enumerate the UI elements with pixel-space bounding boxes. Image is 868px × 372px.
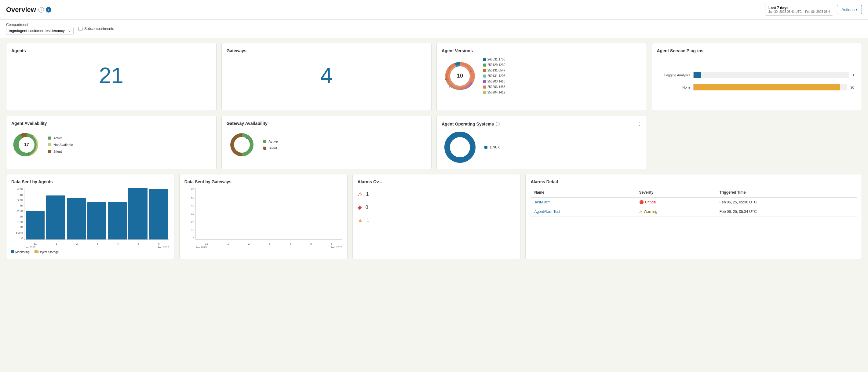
alarm-row-1: TestAlarm 🔴 Critical Feb 06, 25, 05:36 U… bbox=[530, 197, 857, 207]
agents-title: Agents bbox=[11, 48, 211, 53]
plugin-label-1: Logging Analytics bbox=[657, 73, 690, 77]
os-donut-chart bbox=[442, 130, 478, 164]
header-right: Last 7 days Jan 30, 2025 05:41 UTC – Feb… bbox=[765, 4, 862, 16]
alarms-overview-title: Alarms Ov... bbox=[358, 179, 516, 184]
warning-count: 1 bbox=[367, 218, 369, 223]
date-range-main: Last 7 days bbox=[769, 6, 788, 10]
versions-pie: 10 1 1 1 2 1 bbox=[442, 58, 478, 94]
svg-text:1: 1 bbox=[32, 135, 33, 138]
legend-silent: Silent bbox=[48, 148, 73, 155]
actions-button[interactable]: Actions bbox=[837, 5, 862, 14]
os-legend-linux: LINUX bbox=[485, 144, 500, 151]
data-sent-gateways-card: Data Sent by Gateways 60 50 40 30 20 10 … bbox=[179, 174, 347, 259]
compartment-label: Compartment bbox=[6, 23, 73, 27]
alarm-link-2[interactable]: AgentAlarmTest bbox=[534, 210, 560, 214]
agent-avail-legend: Active Not Available Silent bbox=[48, 135, 73, 155]
agent-os-header: Agent Operating Systems i ⋮ bbox=[442, 121, 642, 127]
agent-avail-donut: 1 3 17 bbox=[11, 129, 42, 160]
critical-severity-icon: 🔴 bbox=[639, 200, 644, 204]
page-title: Overview bbox=[6, 6, 36, 14]
svg-text:1: 1 bbox=[449, 66, 450, 69]
gw-y-labels: 60 50 40 30 20 10 0 bbox=[184, 188, 194, 240]
alarm-critical-row: ⚠ 1 bbox=[358, 188, 516, 201]
svg-text:2: 2 bbox=[445, 77, 446, 80]
legend-monitoring: Monitoring bbox=[11, 250, 30, 254]
legend-item: 250131.1205 bbox=[483, 73, 505, 79]
agent-os-card: Agent Operating Systems i ⋮ LINUX bbox=[436, 116, 647, 169]
critical-count: 1 bbox=[366, 191, 369, 197]
os-title-area: Agent Operating Systems i bbox=[442, 122, 500, 126]
svg-text:10: 10 bbox=[457, 73, 463, 79]
agents-card: Agents 21 bbox=[6, 43, 217, 111]
agent-os-title: Agent Operating Systems bbox=[442, 122, 494, 126]
os-info-icon[interactable]: i bbox=[496, 122, 500, 126]
legend-item: 250129.1230 bbox=[483, 62, 505, 68]
gateway-avail-title: Gateway Availability bbox=[227, 121, 427, 126]
x-sub-labels: Jan 2025 Feb 2025 bbox=[24, 246, 169, 249]
svg-text:2: 2 bbox=[246, 136, 247, 139]
alarm-severity-2: ⚠ Warning bbox=[636, 207, 716, 217]
bar-1 bbox=[46, 195, 65, 240]
plugins-content: Logging Analytics 1 None 20 bbox=[657, 57, 857, 106]
gateways-card: Gateways 4 bbox=[221, 43, 432, 111]
os-content: LINUX bbox=[442, 130, 642, 164]
agent-availability-card: Agent Availability 1 3 bbox=[6, 116, 217, 169]
agent-availability-title: Agent Availability bbox=[11, 121, 211, 126]
toolbar: Compartment mgmtagent-customer-test-tena… bbox=[0, 20, 868, 38]
gw-x-labels: 31 1 2 3 4 5 6 bbox=[195, 242, 342, 245]
agent-service-plugins-card: Agent Service Plug-ins Logging Analytics… bbox=[652, 43, 862, 111]
date-range-button[interactable]: Last 7 days Jan 30, 2025 05:41 UTC – Feb… bbox=[765, 4, 833, 16]
alarm-time-2: Feb 06, 25, 05:34 UTC bbox=[716, 207, 857, 217]
os-legend: LINUX bbox=[485, 144, 500, 151]
plugin-bar-track-1 bbox=[693, 72, 849, 78]
alarms-detail-table: Name Severity Triggered Time TestAlarm 🔴 bbox=[530, 188, 857, 217]
header: Overview i T Last 7 days Jan 30, 2025 05… bbox=[0, 0, 868, 20]
plugin-value-1: 1 bbox=[852, 73, 854, 77]
chart-legend: Monitoring Object Storage bbox=[11, 250, 169, 254]
main-content: Agents 21 Gateways 4 Agent Versions bbox=[0, 38, 868, 264]
bar-5 bbox=[128, 188, 147, 240]
compartment-section: Compartment mgmtagent-customer-test-tena… bbox=[6, 23, 73, 35]
plugin-row-2: None 20 bbox=[657, 84, 855, 90]
subcompartments-checkbox-wrapper[interactable]: Subcompartments bbox=[79, 27, 114, 31]
svg-text:2: 2 bbox=[236, 150, 238, 153]
svg-text:1: 1 bbox=[469, 70, 471, 73]
row-2: Agent Availability 1 3 bbox=[6, 116, 862, 169]
agent-versions-card: Agent Versions bbox=[436, 43, 647, 111]
alarm-info-row: ◆ 0 bbox=[358, 201, 516, 214]
alarm-name-1: TestAlarm bbox=[530, 197, 635, 207]
legend-active: Active bbox=[48, 135, 73, 142]
os-more-icon[interactable]: ⋮ bbox=[637, 121, 642, 127]
legend-item: 250131.0547 bbox=[483, 68, 505, 73]
subcompartments-checkbox[interactable] bbox=[79, 27, 83, 31]
bar-2 bbox=[67, 198, 86, 240]
col-time: Triggered Time bbox=[716, 188, 857, 197]
x-labels: 31 1 2 3 4 5 6 bbox=[24, 242, 169, 245]
legend-item: 250204.1412 bbox=[483, 90, 505, 95]
svg-point-18 bbox=[453, 140, 467, 155]
alarms-detail-title: Alarms Detail bbox=[530, 179, 857, 184]
legend-monitoring-icon bbox=[11, 250, 14, 253]
legend-not-available: Not Available bbox=[48, 142, 73, 148]
info-icon[interactable]: i bbox=[38, 7, 44, 12]
warning-icon: ▲ bbox=[358, 217, 363, 223]
gw-bars-area bbox=[195, 188, 342, 240]
compartment-select-wrapper: mgmtagent-customer-test-tenancy bbox=[6, 27, 73, 35]
bar-6 bbox=[149, 189, 168, 240]
data-gateways-title: Data Sent by Gateways bbox=[184, 179, 342, 184]
plugin-label-2: None bbox=[657, 86, 690, 89]
compartment-select[interactable]: mgmtagent-customer-test-tenancy bbox=[6, 27, 73, 35]
alarm-link-1[interactable]: TestAlarm bbox=[534, 200, 550, 204]
gateway-avail-content: 2 2 Active Silent bbox=[227, 129, 427, 160]
header-icons: i T bbox=[38, 7, 51, 12]
alarm-row-2: AgentAlarmTest ⚠ Warning Feb 06, 25, 05:… bbox=[530, 207, 857, 217]
user-icon[interactable]: T bbox=[46, 7, 51, 12]
severity-critical-1: 🔴 Critical bbox=[639, 200, 712, 204]
plugin-bar-fill-1 bbox=[693, 72, 702, 78]
legend-object-storage: Object Storage bbox=[34, 250, 59, 254]
plugin-bar-track-2 bbox=[693, 84, 847, 90]
bar-31 bbox=[26, 211, 44, 240]
alarms-overview-card: Alarms Ov... ⚠ 1 ◆ 0 ▲ 1 bbox=[352, 174, 521, 259]
subcompartments-label: Subcompartments bbox=[84, 27, 114, 31]
gateway-avail-legend: Active Silent bbox=[263, 138, 278, 152]
